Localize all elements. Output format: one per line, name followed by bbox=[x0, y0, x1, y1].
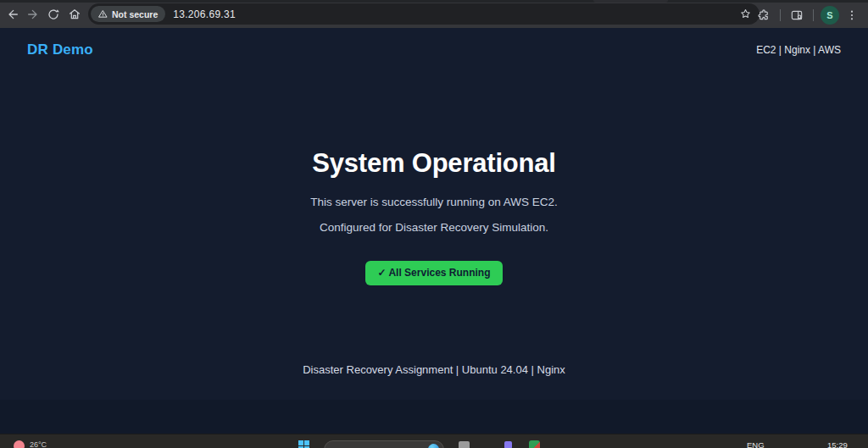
footer-band bbox=[0, 400, 868, 434]
side-panel-button[interactable] bbox=[786, 4, 808, 26]
site-brand: DR Demo bbox=[27, 41, 93, 58]
taskbar-app-icon-2[interactable] bbox=[504, 441, 512, 448]
site-header: DR Demo EC2 | Nginx | AWS bbox=[0, 28, 868, 72]
weather-widget-icon[interactable] bbox=[14, 440, 25, 448]
subtitle-line-2: Configured for Disaster Recovery Simulat… bbox=[0, 221, 868, 234]
star-icon bbox=[739, 8, 752, 20]
home-icon bbox=[68, 8, 81, 21]
reload-button[interactable] bbox=[43, 4, 64, 25]
side-panel-search-icon bbox=[790, 8, 804, 22]
security-chip[interactable]: Not secure bbox=[91, 6, 165, 22]
active-tab-edge bbox=[593, 0, 668, 3]
assignment-footer-text: Disaster Recovery Assignment | Ubuntu 24… bbox=[0, 363, 868, 376]
tech-stack-label: EC2 | Nginx | AWS bbox=[756, 44, 841, 56]
extensions-puzzle-icon bbox=[757, 8, 771, 22]
reload-icon bbox=[47, 8, 60, 21]
clock[interactable]: 15:29 bbox=[827, 440, 848, 448]
kebab-menu-icon bbox=[845, 8, 859, 22]
browser-toolbar: Not secure 13.206.69.31 S bbox=[0, 0, 868, 28]
profile-initial: S bbox=[826, 10, 832, 20]
browser-menu-button[interactable] bbox=[841, 4, 863, 26]
search-orb-icon bbox=[428, 444, 439, 448]
weather-temperature[interactable]: 26°C bbox=[30, 440, 47, 448]
services-status-button[interactable]: ✓ All Services Running bbox=[365, 261, 504, 285]
address-bar[interactable]: Not secure 13.206.69.31 bbox=[88, 3, 760, 25]
toolbar-divider bbox=[780, 9, 781, 21]
arrow-left-icon bbox=[6, 8, 19, 21]
page-title: System Operational bbox=[0, 148, 868, 179]
extensions-button[interactable] bbox=[753, 4, 775, 26]
taskbar-app-icon-1[interactable] bbox=[459, 441, 470, 448]
page-viewport: DR Demo EC2 | Nginx | AWS System Operati… bbox=[0, 28, 868, 434]
back-button[interactable] bbox=[3, 4, 23, 25]
tab-strip-remnant bbox=[0, 0, 868, 3]
start-button[interactable] bbox=[298, 440, 309, 448]
keyboard-language[interactable]: ENG bbox=[747, 440, 765, 448]
toolbar-right-cluster: S bbox=[753, 3, 863, 28]
subtitle-line-1: This server is successfully running on A… bbox=[0, 196, 868, 208]
toolbar-divider bbox=[813, 9, 814, 21]
profile-avatar[interactable]: S bbox=[821, 6, 839, 25]
main-content: System Operational This server is succes… bbox=[0, 148, 868, 376]
bookmark-button[interactable] bbox=[736, 5, 754, 24]
security-label: Not secure bbox=[112, 9, 158, 19]
warning-icon bbox=[98, 9, 108, 19]
taskbar-app-icon-3[interactable] bbox=[529, 440, 540, 448]
taskbar-search-box[interactable] bbox=[324, 440, 444, 448]
os-taskbar: 26°C ENG 15:29 bbox=[0, 434, 868, 448]
home-button[interactable] bbox=[64, 4, 85, 25]
arrow-right-icon bbox=[26, 8, 40, 21]
url-text: 13.206.69.31 bbox=[173, 8, 236, 20]
forward-button[interactable] bbox=[23, 4, 43, 25]
